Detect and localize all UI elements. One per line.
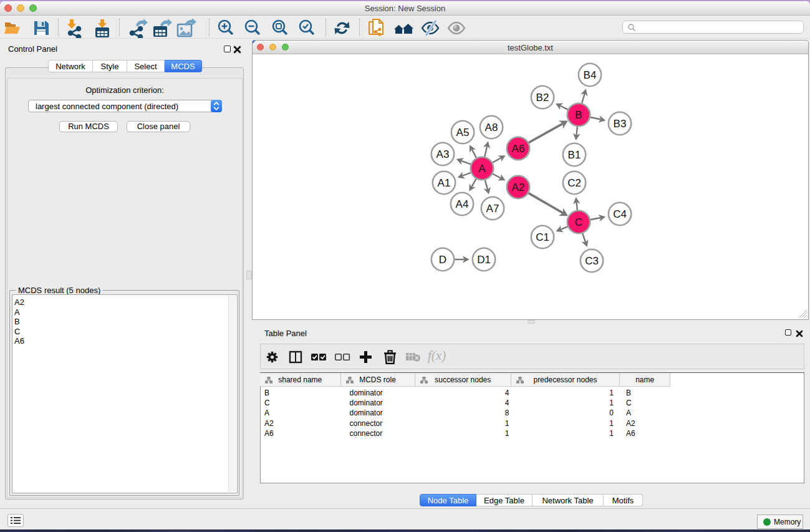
svg-text:A4: A4: [456, 198, 469, 210]
svg-text:B1: B1: [568, 149, 581, 161]
svg-text:A8: A8: [485, 122, 498, 133]
svg-text:B4: B4: [584, 69, 597, 81]
svg-text:A1: A1: [438, 177, 451, 189]
svg-text:D: D: [439, 254, 446, 266]
svg-text:A3: A3: [436, 148, 450, 160]
svg-text:A5: A5: [456, 127, 470, 138]
svg-text:A6: A6: [512, 143, 525, 155]
svg-text:A: A: [478, 163, 486, 175]
svg-text:C3: C3: [585, 255, 599, 267]
svg-text:C: C: [575, 216, 582, 228]
svg-text:C1: C1: [536, 231, 549, 243]
svg-text:C2: C2: [567, 177, 581, 189]
svg-text:B3: B3: [614, 118, 627, 130]
svg-text:A2: A2: [512, 181, 525, 193]
svg-text:C4: C4: [613, 208, 627, 220]
svg-text:B2: B2: [536, 92, 549, 104]
svg-text:B: B: [575, 109, 582, 121]
svg-text:A7: A7: [486, 203, 499, 215]
svg-text:D1: D1: [477, 254, 491, 266]
